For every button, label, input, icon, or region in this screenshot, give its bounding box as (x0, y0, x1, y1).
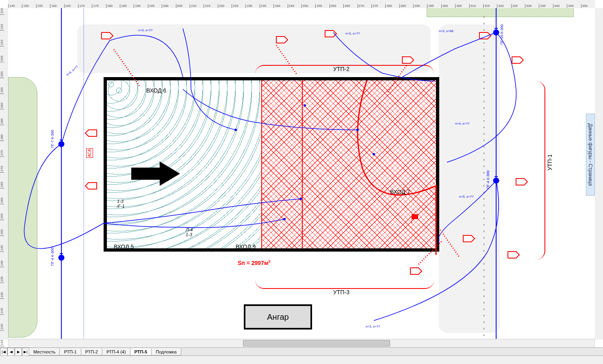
label-hydrant: ПГ-4 К-300 (486, 170, 490, 189)
label-hydrant: ПГ-7 К-300 (50, 130, 54, 148)
ruler-tick: 350 (581, 4, 588, 8)
ruler-tick: 140 (0, 261, 4, 267)
hose-note: n=5, s=77 (459, 195, 474, 198)
ruler-tick: 275 (371, 4, 378, 8)
ruler-tick: 155 (0, 213, 4, 220)
label-hydrant: ПГ-4 К-300 (50, 248, 54, 266)
ruler-tick: 145 (8, 4, 15, 8)
hose-note: n=4, s=77 (65, 65, 79, 77)
ruler-tick: 335 (539, 4, 545, 8)
page-tabstrip: |◀◀▶▶| МестностьРТП-1РТП-2РТП-4 (4)РТП-5… (0, 347, 603, 356)
ruler-tick: 215 (204, 4, 210, 8)
label-aca: АСА (86, 148, 93, 158)
truck-icon (85, 130, 97, 136)
tab-nav-button[interactable]: ◀ (7, 348, 15, 356)
label-area: Sп = 2997м2 (238, 259, 271, 266)
fire-front (261, 80, 262, 248)
brace-utp1 (536, 81, 545, 260)
ruler-tick: 230 (245, 4, 252, 8)
ruler-tick: 130 (0, 292, 4, 299)
ruler-tick: 165 (0, 182, 4, 188)
statusbar (0, 355, 603, 364)
ruler-tick: 200 (162, 4, 168, 8)
ruler-tick: 220 (0, 8, 4, 15)
hangar-label: Ангар (267, 312, 289, 322)
ruler-tick: 120 (0, 324, 4, 330)
ruler-tick: 180 (0, 134, 4, 141)
truck-icon (410, 268, 422, 274)
ruler-tick: 215 (0, 24, 4, 30)
drawing-canvas[interactable]: ВХОД 6 ВХОД 5 ВХОД 7 ВХОД 9 Л-4 1-3 1-3 … (8, 8, 595, 340)
hose-note: n=3, s=77 (138, 28, 153, 32)
page-tab[interactable]: Местность (29, 349, 60, 355)
label-vhod5: ВХОД 5 (114, 243, 134, 250)
page-tab[interactable]: РТП-4 (4) (102, 349, 130, 355)
tab-nav-button[interactable]: ▶ (15, 348, 22, 356)
label-utp2: УТП-2 (333, 66, 349, 72)
scrollbar-thumb[interactable] (243, 340, 390, 347)
ruler-tick: 310 (469, 4, 476, 8)
hose-note: n=3, s=77 (345, 32, 360, 35)
tab-nav-button[interactable]: |◀ (0, 348, 7, 356)
label-13: 1-3 (186, 232, 192, 237)
ruler-tick: 195 (0, 87, 4, 94)
ruler-tick: 325 (511, 4, 518, 8)
scrollbar-horizontal[interactable] (8, 339, 595, 348)
ruler-tick: 145 (0, 245, 4, 252)
ruler-tick: 150 (22, 4, 28, 8)
ruler-tick: 220 (218, 4, 224, 8)
ruler-tick: 265 (343, 4, 350, 8)
side-panel-title: Данные фигуры - Страница (588, 123, 593, 186)
page-tabs: МестностьРТП-1РТП-2РТП-4 (4)РТП-5Подложк… (29, 349, 181, 355)
ruler-tick: 170 (0, 166, 4, 172)
tab-nav-buttons: |◀◀▶▶| (0, 348, 29, 356)
ruler-tick: 205 (0, 56, 4, 62)
ruler-tick: 185 (0, 118, 4, 125)
ruler-tick: 160 (0, 198, 4, 204)
dashed-boundary (484, 16, 484, 337)
ruler-tick: 235 (260, 4, 266, 8)
hose-note: n=3, s=88 (439, 29, 453, 33)
road-area (439, 24, 500, 333)
ruler-tick: 185 (120, 4, 126, 8)
truck-icon (512, 57, 523, 63)
ruler-tick: 300 (441, 4, 448, 8)
page-tab[interactable]: РТП-5 (130, 349, 152, 355)
ruler-tick: 205 (176, 4, 182, 8)
pipeline (61, 8, 62, 340)
ruler-tick: 155 (36, 4, 43, 8)
ruler-tick: 150 (0, 229, 4, 236)
ruler-tick: 175 (0, 150, 4, 157)
page-tab[interactable]: Подложка (151, 349, 181, 355)
ruler-tick: 260 (330, 4, 336, 8)
hangar-box: Ангар (244, 304, 312, 330)
page-tab[interactable]: РТП-1 (59, 349, 81, 355)
truck-icon (516, 179, 527, 185)
label-ll1: /Г-1 (117, 204, 125, 209)
tab-nav-button[interactable]: ▶| (22, 348, 29, 356)
side-panel-tab[interactable]: Данные фигуры - Страница (586, 114, 595, 196)
ruler-tick: 320 (497, 4, 503, 8)
page-tab[interactable]: РТП-2 (81, 349, 102, 355)
ruler-tick: 330 (525, 4, 531, 8)
label-vhod6: ВХОД 6 (146, 87, 166, 94)
ruler-tick: 160 (50, 4, 56, 8)
label-13b: 1-3 (117, 199, 124, 204)
svg-marker-0 (131, 162, 180, 186)
area-text: Sп = 2997м (238, 260, 268, 266)
ruler-tick: 175 (92, 4, 98, 8)
ruler-tick: 125 (0, 308, 4, 314)
label-utp1: УТП-1 (547, 154, 553, 170)
ruler-tick: 195 (148, 4, 154, 8)
ruler-horizontal: 1451501551601651701751801851901952002052… (8, 0, 595, 9)
brace-utp3 (255, 280, 434, 289)
drawing: ВХОД 6 ВХОД 5 ВХОД 7 ВХОД 9 Л-4 1-3 1-3 … (8, 8, 595, 340)
ruler-tick: 250 (302, 4, 308, 8)
pipeline (496, 8, 497, 340)
svg-rect-1 (412, 214, 418, 219)
ruler-tick: 280 (385, 4, 392, 8)
terrain (427, 8, 574, 17)
label-vhod9: ВХОД 9 (236, 243, 256, 250)
ruler-tick: 245 (288, 4, 294, 8)
terrain (8, 77, 37, 338)
